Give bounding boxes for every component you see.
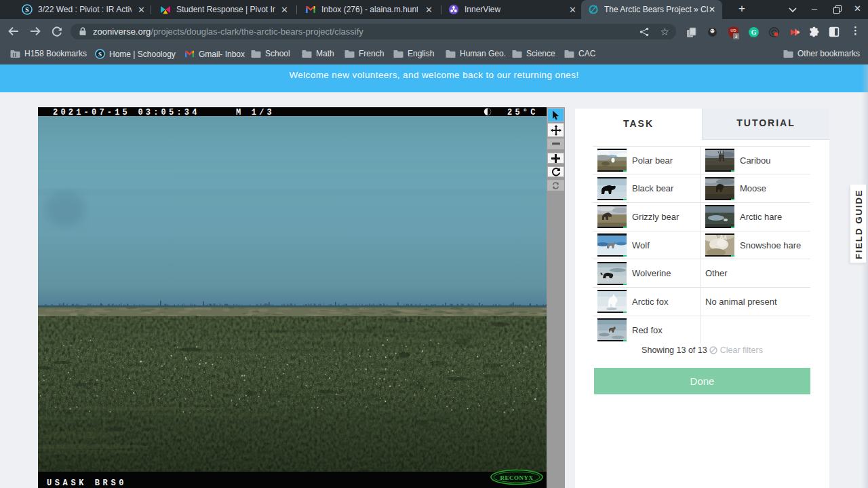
svg-text:USASK BRS0: USASK BRS0 [47, 478, 127, 488]
svg-text:M 1/3: M 1/3 [236, 108, 275, 117]
svg-text:25°C: 25°C [507, 108, 538, 117]
svg-text:G: G [751, 29, 757, 36]
svg-text:S: S [98, 51, 102, 58]
svg-text:S: S [25, 7, 28, 14]
svg-text:RECONYX: RECONYX [500, 474, 533, 481]
svg-text:UD: UD [730, 29, 736, 33]
svg-text:3: 3 [735, 34, 738, 39]
svg-text:2021-07-15 03:05:34: 2021-07-15 03:05:34 [53, 108, 200, 117]
